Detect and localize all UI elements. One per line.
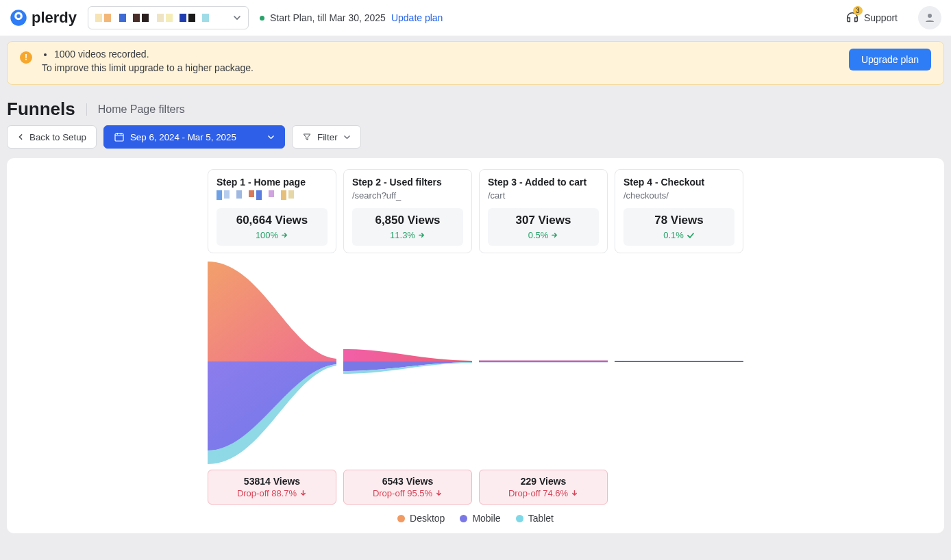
person-icon: [924, 12, 936, 24]
step-path: /search?uff_: [352, 190, 463, 203]
legend-item-desktop[interactable]: Desktop: [397, 513, 445, 524]
site-thumb: [95, 14, 209, 22]
site-selector[interactable]: [88, 6, 249, 29]
svg-rect-6: [479, 361, 608, 362]
step-header: Step 3 - Added to cart /cart 307 Views 0…: [479, 169, 608, 253]
plan-text: Start Plan, till Mar 30, 2025: [270, 12, 386, 23]
logo[interactable]: plerdy: [10, 9, 77, 27]
funnel-chart: [208, 259, 336, 464]
conversion-pct: 11.3%: [355, 230, 460, 240]
page-title: Funnels: [7, 99, 75, 120]
drop-off-box: 229 Views Drop-off 74.6%: [479, 470, 608, 505]
step-header: Step 4 - Checkout /checkouts/ 78 Views 0…: [615, 169, 743, 253]
support-badge: 3: [853, 6, 863, 15]
chevron-down-icon: [233, 14, 241, 22]
chevron-left-icon: [17, 133, 24, 140]
controls: Back to Setup Sep 6, 2024 - Mar 5, 2025 …: [0, 125, 951, 158]
calendar-icon: [114, 131, 125, 142]
step-path: /cart: [488, 190, 599, 203]
views-value: 60,664 Views: [219, 214, 325, 227]
plan-info: Start Plan, till Mar 30, 2025 Update pla…: [260, 12, 443, 23]
step-path: [217, 190, 328, 203]
legend-item-tablet[interactable]: Tablet: [516, 513, 554, 524]
filter-icon: [302, 132, 312, 142]
status-dot-icon: [260, 16, 264, 21]
step-header: Step 1 - Home page 60,664 Views 100%: [208, 169, 336, 253]
brand-text: plerdy: [32, 9, 77, 27]
funnel-chart: [615, 259, 743, 464]
support-label: Support: [864, 12, 898, 23]
views-box: 6,850 Views 11.3%: [352, 208, 463, 246]
svg-rect-7: [615, 361, 743, 362]
drop-views: 53814 Views: [211, 476, 333, 487]
funnel-step: Step 2 - Used filters /search?uff_ 6,850…: [343, 169, 472, 505]
arrow-right-icon: [281, 231, 288, 239]
chevron-down-icon: [343, 133, 351, 141]
funnel-steps: Step 1 - Home page 60,664 Views 100%: [14, 169, 937, 505]
back-label: Back to Setup: [29, 132, 86, 142]
arrow-down-icon: [435, 489, 443, 497]
svg-point-3: [928, 14, 932, 18]
banner-bullet: 1000 videos recorded.: [54, 49, 254, 60]
swatch-icon: [460, 515, 467, 522]
date-range-label: Sep 6, 2024 - Mar 5, 2025: [130, 132, 236, 142]
arrow-right-icon: [551, 231, 558, 239]
legend: Desktop Mobile Tablet: [14, 505, 937, 526]
banner-note: To improve this limit upgrade to a highe…: [42, 62, 254, 73]
update-plan-link[interactable]: Update plan: [391, 12, 443, 23]
legend-item-mobile[interactable]: Mobile: [460, 513, 500, 524]
drop-pct: Drop-off 95.5%: [347, 488, 469, 498]
funnel-chart: [479, 259, 608, 464]
warning-icon: !: [20, 51, 32, 64]
views-box: 307 Views 0.5%: [488, 208, 599, 246]
arrow-down-icon: [299, 489, 307, 497]
user-avatar[interactable]: [918, 6, 941, 29]
funnel-step: Step 1 - Home page 60,664 Views 100%: [208, 169, 336, 505]
funnel-step: Step 3 - Added to cart /cart 307 Views 0…: [479, 169, 608, 505]
logo-icon: [10, 9, 27, 27]
views-value: 6,850 Views: [355, 214, 460, 227]
views-box: 78 Views 0.1%: [623, 208, 734, 246]
step-header: Step 2 - Used filters /search?uff_ 6,850…: [343, 169, 472, 253]
page-subtitle: Home Page filters: [86, 103, 185, 116]
date-range-button[interactable]: Sep 6, 2024 - Mar 5, 2025: [103, 125, 285, 149]
drop-off-box: 53814 Views Drop-off 88.7%: [208, 470, 336, 505]
page-header: Funnels Home Page filters: [0, 85, 951, 125]
arrow-right-icon: [418, 231, 425, 239]
svg-rect-4: [115, 133, 123, 141]
topbar: plerdy Start Plan, till Mar 30, 2025 Upd…: [0, 0, 951, 36]
conversion-pct: 0.5%: [491, 230, 596, 240]
chevron-down-icon: [267, 133, 275, 141]
svg-rect-5: [479, 361, 608, 361]
drop-views: 6543 Views: [347, 476, 469, 487]
funnel-panel: Step 1 - Home page 60,664 Views 100%: [7, 158, 944, 533]
drop-views: 229 Views: [482, 476, 604, 487]
upgrade-plan-button[interactable]: Upgrade plan: [849, 49, 931, 71]
svg-point-2: [16, 14, 20, 18]
step-path: /checkouts/: [623, 190, 734, 203]
views-value: 78 Views: [626, 214, 732, 227]
drop-pct: Drop-off 88.7%: [211, 488, 333, 498]
limit-banner: ! 1000 videos recorded. To improve this …: [7, 41, 944, 85]
swatch-icon: [397, 515, 405, 522]
funnel-chart: [343, 259, 472, 464]
drop-pct: Drop-off 74.6%: [482, 488, 604, 498]
back-to-setup-button[interactable]: Back to Setup: [7, 125, 97, 149]
swatch-icon: [516, 515, 523, 522]
views-box: 60,664 Views 100%: [217, 208, 328, 246]
conversion-pct: 0.1%: [626, 230, 732, 240]
funnel-step: Step 4 - Checkout /checkouts/ 78 Views 0…: [615, 169, 743, 505]
filter-button[interactable]: Filter: [292, 125, 361, 149]
check-icon: [687, 231, 695, 240]
arrow-down-icon: [571, 489, 578, 497]
drop-off-box: 6543 Views Drop-off 95.5%: [343, 470, 472, 505]
conversion-pct: 100%: [219, 230, 325, 240]
support-button[interactable]: 3 Support: [845, 10, 898, 25]
filter-label: Filter: [317, 132, 338, 142]
views-value: 307 Views: [491, 214, 596, 227]
